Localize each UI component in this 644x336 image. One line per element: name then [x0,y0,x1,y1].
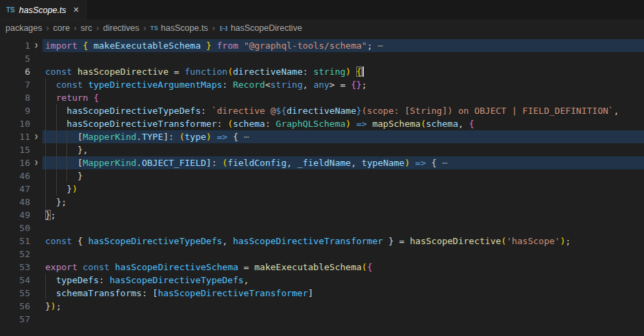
line-number[interactable]: 48 [0,195,30,208]
code-token: { [367,262,373,272]
line-number[interactable]: 57 [0,313,30,326]
code-token [351,119,356,129]
code-token: ( [362,262,367,272]
breadcrumb-item[interactable]: directives [103,23,140,33]
line-number[interactable]: 51 [0,235,30,248]
code-token: ( [227,119,233,129]
code-token: ( [179,132,185,142]
code-line[interactable] [42,52,644,65]
code-token [238,40,244,51]
code-token: . [136,158,142,168]
code-line[interactable]: schemaTransforms: [hasScopeDirectiveTran… [42,287,644,300]
breadcrumb-label: hasScopeDirective [231,23,302,33]
code-line[interactable]: hasScopeDirectiveTypeDefs: `directive @$… [42,104,644,117]
code-line[interactable]: [MapperKind.TYPE]: (type) => { ⋯ [42,130,644,143]
code-token: ] [308,288,314,298]
line-number[interactable]: 1 [0,39,30,52]
code-token: any [313,80,329,90]
code-token: schema [426,119,458,129]
line-number[interactable]: 8 [0,91,30,104]
line-number[interactable]: 16 [0,156,30,169]
chevron-right-icon: › [143,23,146,33]
breadcrumb-item[interactable]: hasScopeDirective [219,23,302,33]
line-number[interactable]: 9 [0,104,30,117]
code-token: hasScopeDirectiveTypeDefs [110,275,244,285]
line-number[interactable]: 55 [0,287,30,300]
line-number[interactable]: 46 [0,169,30,182]
editor-row: 53export const hasScopeDirectiveSchema =… [0,261,644,274]
tab-hasscope[interactable]: TS hasScope.ts ✕ [0,0,87,20]
breadcrumb-item[interactable]: TShasScope.ts [150,23,208,33]
line-number[interactable]: 15 [0,143,30,156]
code-token: ( [227,67,233,77]
code-token: [ [77,132,83,142]
code-token [45,132,77,142]
code-line[interactable]: }; [42,208,644,221]
code-token: mapSchema [372,119,420,129]
code-token: typeDefs [56,275,99,285]
code-line[interactable]: }) [42,182,644,195]
code-token [45,275,56,285]
fold-chevron-icon[interactable]: ❯ [30,156,42,169]
indent-guide [56,104,57,117]
editor-row: 47 }) [0,182,644,195]
editor-row: 11❯ [MapperKind.TYPE]: (type) => { ⋯ [0,130,644,143]
line-number[interactable]: 47 [0,182,30,195]
code-token: }, [77,145,88,155]
line-number[interactable]: 6 [0,65,30,78]
fold-chevron-icon[interactable]: ❯ [30,130,42,143]
line-number[interactable]: 10 [0,117,30,130]
fold-chevron-icon[interactable]: ❯ [30,39,42,52]
indent-guide [45,156,46,169]
code-line[interactable]: hasScopeDirectiveTransformer: (schema: G… [42,117,644,130]
line-number[interactable]: 56 [0,300,30,313]
code-line[interactable]: }, [42,143,644,156]
editor-row: 52 [0,248,644,261]
code-line[interactable]: import { makeExecutableSchema } from "@g… [42,39,644,52]
code-token: hasScopeDirective [77,67,169,77]
line-number[interactable]: 50 [0,221,30,235]
code-token: = [238,262,254,272]
code-line[interactable]: export const hasScopeDirectiveSchema = m… [42,261,644,274]
code-line[interactable]: const { hasScopeDirectiveTypeDefs, hasSc… [42,235,644,248]
breadcrumb-item[interactable]: core [53,23,70,33]
fold-gutter-space [30,143,42,156]
code-line[interactable]: [MapperKind.OBJECT_FIELD]: (fieldConfig,… [42,156,644,169]
code-token: ) [206,132,212,142]
code-line[interactable]: }); [42,300,644,313]
code-token: , [286,158,297,168]
fold-gutter-space [30,261,42,274]
code-editor[interactable]: 1❯import { makeExecutableSchema } from "… [0,36,644,326]
line-number[interactable]: 52 [0,248,30,261]
code-token [45,288,56,298]
code-line[interactable]: typeDefs: hasScopeDirectiveTypeDefs, [42,274,644,287]
gutter: 6 [0,65,42,78]
code-token: , [458,119,469,129]
line-number[interactable]: 53 [0,261,30,274]
code-line[interactable]: const typeDirectiveArgumentMaps: Record<… [42,78,644,91]
code-line[interactable]: } [42,169,644,182]
code-token: : [216,119,227,129]
code-line[interactable] [42,221,644,235]
line-number[interactable]: 7 [0,78,30,91]
editor-row: 6const hasScopeDirective = function(dire… [0,65,644,78]
line-number[interactable]: 49 [0,208,30,221]
code-token: { [432,158,443,168]
code-line[interactable] [42,313,644,326]
code-line[interactable]: }; [42,195,644,208]
code-token [83,236,88,246]
code-line[interactable] [42,248,644,261]
close-icon[interactable]: ✕ [73,6,79,14]
fold-gutter-space [30,313,42,326]
line-number[interactable]: 11 [0,130,30,143]
line-number[interactable]: 54 [0,274,30,287]
code-line[interactable]: const hasScopeDirective = function(direc… [42,65,644,78]
indent-guide [45,143,46,156]
code-line[interactable]: return { [42,91,644,104]
code-token: => [217,132,228,142]
breadcrumb-item[interactable]: packages [5,23,42,33]
code-token [426,158,432,168]
line-number[interactable]: 5 [0,52,30,65]
breadcrumb-item[interactable]: src [81,23,92,33]
code-token: { [83,40,88,51]
